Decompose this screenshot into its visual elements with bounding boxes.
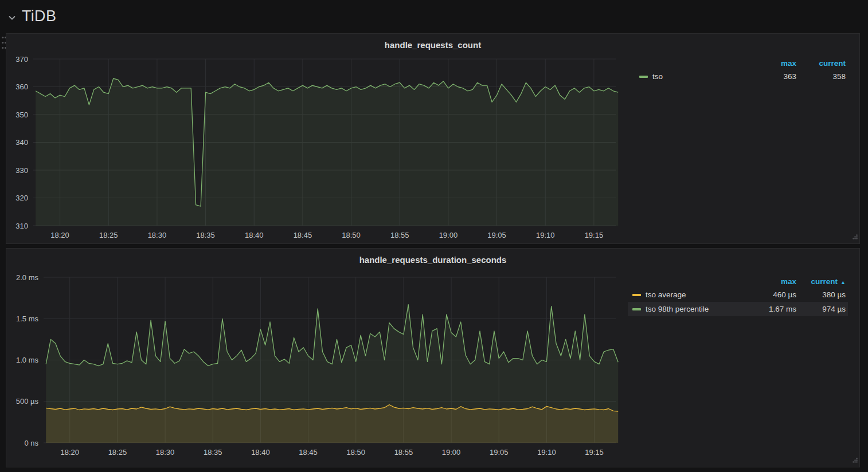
series-name: tso xyxy=(652,72,663,81)
legend-series-row: tso363358 xyxy=(635,69,848,84)
legend-series-toggle[interactable]: tso average xyxy=(632,290,755,299)
legend-value-current: 380 µs xyxy=(796,290,846,299)
y-axis-tick-label: 330 xyxy=(15,166,28,175)
x-axis-tick-label: 19:05 xyxy=(487,231,506,239)
x-axis-tick-label: 18:50 xyxy=(346,448,365,457)
panel-handle-requests-duration-seconds: handle_requests_duration_seconds 0 ns500… xyxy=(6,248,860,467)
legend-table: maxcurrent▲tso average460 µs380 µstso 98… xyxy=(628,275,848,316)
y-axis-tick-label: 310 xyxy=(15,222,28,230)
legend-value-max: 1.67 ms xyxy=(755,305,796,313)
panel-handle-requests-count: handle_requests_count 310320330340350360… xyxy=(6,33,860,244)
series-area-tso-average xyxy=(46,405,618,443)
x-axis-tick-label: 19:15 xyxy=(585,448,604,457)
chevron-down-icon xyxy=(7,13,17,22)
x-axis-tick-label: 18:50 xyxy=(342,231,361,239)
y-axis-tick-label: 320 xyxy=(15,194,28,202)
x-axis-tick-label: 18:30 xyxy=(156,448,175,457)
x-axis-tick-label: 18:25 xyxy=(108,448,127,457)
legend-series-toggle[interactable]: tso xyxy=(639,72,755,81)
series-color-dash-icon xyxy=(632,308,641,310)
legend-sort-max[interactable]: max xyxy=(755,59,796,68)
x-axis-tick-label: 18:30 xyxy=(148,231,167,239)
x-axis-tick-label: 18:45 xyxy=(294,231,312,239)
series-color-dash-icon xyxy=(632,294,641,296)
legend-value-max: 460 µs xyxy=(755,290,796,299)
legend-header-row: maxcurrent xyxy=(635,57,848,69)
series-name: tso 98th percentile xyxy=(646,305,709,313)
series-name: tso average xyxy=(646,290,686,299)
y-axis-tick-label: 340 xyxy=(15,138,28,147)
x-axis-tick-label: 19:10 xyxy=(536,231,555,239)
legend-header-row: maxcurrent▲ xyxy=(628,275,848,288)
legend-value-max: 363 xyxy=(755,72,796,81)
legend-series-row: tso 98th percentile1.67 ms974 µs xyxy=(628,302,848,316)
x-axis-tick-label: 18:45 xyxy=(299,448,318,457)
x-axis-tick-label: 18:35 xyxy=(204,448,222,457)
row-title[interactable]: TiDB xyxy=(22,7,56,25)
x-axis-tick-label: 19:10 xyxy=(537,448,556,457)
panel-resize-handle-icon[interactable] xyxy=(851,232,858,242)
panel-title[interactable]: handle_requests_duration_seconds xyxy=(6,255,859,265)
x-axis-tick-label: 19:00 xyxy=(439,231,458,239)
x-axis-tick-label: 19:15 xyxy=(585,231,604,239)
legend-series-toggle[interactable]: tso 98th percentile xyxy=(632,305,755,313)
legend-sort-max[interactable]: max xyxy=(755,277,796,286)
y-axis-tick-label: 350 xyxy=(15,111,28,119)
x-axis-tick-label: 18:20 xyxy=(60,448,79,457)
panel-title[interactable]: handle_requests_count xyxy=(6,40,859,50)
x-axis-tick-label: 18:35 xyxy=(196,231,215,239)
series-line-tso-98th-percentile xyxy=(46,305,618,366)
legend-sort-current[interactable]: current xyxy=(796,59,846,68)
y-axis-tick-label: 1.5 ms xyxy=(16,314,39,323)
y-axis-tick-label: 370 xyxy=(15,55,28,64)
panel-resize-handle-icon[interactable] xyxy=(851,455,858,466)
timeseries-graph[interactable]: 31032033034035036037018:2018:2518:3018:3… xyxy=(6,54,631,243)
legend-sort-current[interactable]: current▲ xyxy=(796,277,846,286)
timeseries-graph[interactable]: 0 ns500 µs1.0 ms1.5 ms2.0 ms18:2018:2518… xyxy=(6,269,631,467)
y-axis-tick-label: 1.0 ms xyxy=(16,356,39,364)
grafana-dashboard: TiDB handle_requests_count 3103203303403… xyxy=(0,0,868,472)
chart-handle-requests-count[interactable]: 31032033034035036037018:2018:2518:3018:3… xyxy=(6,54,631,246)
legend-table: maxcurrenttso363358 xyxy=(635,57,848,84)
y-axis-tick-label: 360 xyxy=(15,82,28,91)
legend-value-current: 358 xyxy=(796,72,846,81)
series-area-tso xyxy=(36,78,618,226)
x-axis-tick-label: 18:25 xyxy=(99,231,118,239)
x-axis-tick-label: 19:00 xyxy=(442,448,461,457)
x-axis-tick-label: 19:05 xyxy=(490,448,509,457)
y-axis-tick-label: 500 µs xyxy=(16,397,39,406)
x-axis-tick-label: 18:55 xyxy=(394,448,413,457)
dashboard-row-header[interactable]: TiDB xyxy=(0,0,56,32)
legend-value-current: 974 µs xyxy=(796,305,846,313)
x-axis-tick-label: 18:40 xyxy=(251,448,270,457)
x-axis-tick-label: 18:20 xyxy=(50,231,69,239)
chart-handle-requests-duration-seconds[interactable]: 0 ns500 µs1.0 ms1.5 ms2.0 ms18:2018:2518… xyxy=(6,269,631,469)
series-color-dash-icon xyxy=(639,76,648,78)
sort-ascending-icon: ▲ xyxy=(840,280,846,285)
y-axis-tick-label: 0 ns xyxy=(24,439,38,447)
x-axis-tick-label: 18:40 xyxy=(245,231,264,239)
x-axis-tick-label: 18:55 xyxy=(390,231,409,239)
y-axis-tick-label: 2.0 ms xyxy=(16,273,39,282)
legend-series-row: tso average460 µs380 µs xyxy=(628,288,848,302)
